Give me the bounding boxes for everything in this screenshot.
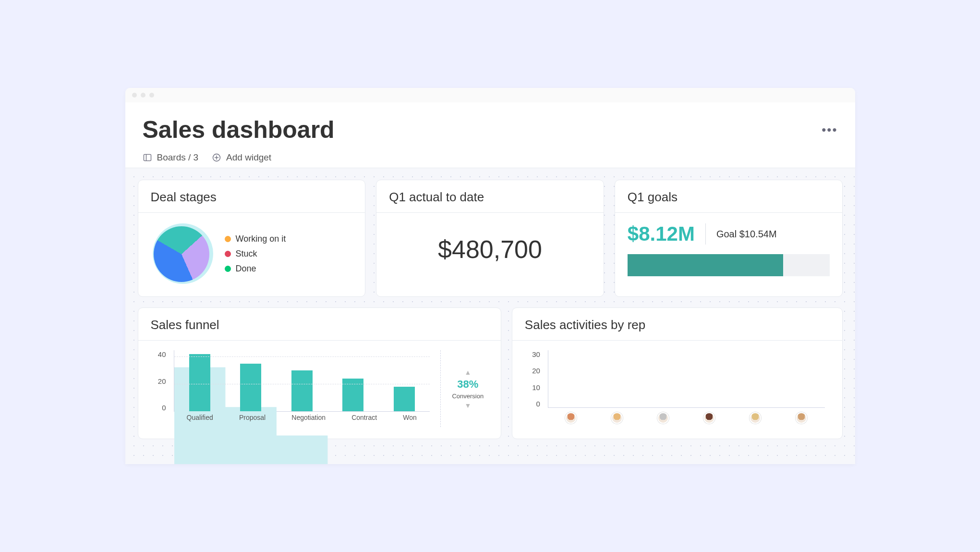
q1-goals-progress <box>628 254 830 276</box>
y-tick: 20 <box>525 367 540 375</box>
boards-button[interactable]: Boards / 3 <box>143 152 199 163</box>
conversion-label: Conversion <box>452 393 484 400</box>
y-tick: 0 <box>525 400 540 408</box>
y-tick: 10 <box>525 383 540 392</box>
widget-q1-actual[interactable]: Q1 actual to date $480,700 <box>376 180 604 297</box>
toolbar: Boards / 3 Add widget <box>125 144 855 168</box>
arrow-down-icon: ▼ <box>464 402 471 409</box>
svg-rect-0 <box>144 154 151 160</box>
widget-title: Sales funnel <box>151 318 488 332</box>
rep-avatar[interactable] <box>657 412 669 424</box>
legend-item: Stuck <box>225 249 286 259</box>
conversion-indicator: ▲ 38% Conversion ▼ <box>440 350 488 427</box>
board-icon <box>143 153 152 162</box>
legend-dot-icon <box>225 266 231 272</box>
page-header: Sales dashboard ••• <box>125 102 855 144</box>
legend-item: Working on it <box>225 234 286 244</box>
q1-goals-target: Goal $10.54M <box>716 229 777 240</box>
x-label: Qualified <box>187 414 213 427</box>
window-titlebar <box>125 88 855 102</box>
widget-title: Sales activities by rep <box>525 318 830 332</box>
legend-label: Done <box>236 264 256 274</box>
legend-dot-icon <box>225 236 231 242</box>
window-control-close[interactable] <box>132 93 137 98</box>
funnel-bar <box>291 370 313 411</box>
widget-sales-funnel[interactable]: Sales funnel 40200 QualifiedProposalNego… <box>138 307 501 439</box>
boards-label: Boards / 3 <box>157 152 199 163</box>
widget-q1-goals[interactable]: Q1 goals $8.12M Goal $10.54M <box>615 180 843 297</box>
plus-circle-icon <box>212 153 221 162</box>
arrow-up-icon: ▲ <box>464 368 471 376</box>
legend-label: Working on it <box>236 234 286 244</box>
deal-stages-legend: Working on itStuckDone <box>225 234 286 274</box>
widget-row-1: Deal stages Working on itStuckDone Q1 ac… <box>138 180 843 297</box>
y-tick: 0 <box>151 404 166 412</box>
funnel-bar <box>240 364 261 411</box>
q1-goals-current: $8.12M <box>628 222 695 245</box>
x-label: Contract <box>351 414 377 427</box>
x-label: Negotiation <box>291 414 326 427</box>
sales-funnel-chart: 40200 QualifiedProposalNegotiationContra… <box>151 350 430 427</box>
dashboard-canvas: Deal stages Working on itStuckDone Q1 ac… <box>125 168 855 464</box>
rep-avatar[interactable] <box>750 412 761 424</box>
funnel-bar <box>394 387 415 411</box>
rep-avatar[interactable] <box>565 412 577 424</box>
legend-item: Done <box>225 264 286 274</box>
funnel-bar <box>189 354 210 411</box>
legend-label: Stuck <box>236 249 257 259</box>
y-tick: 20 <box>151 377 166 385</box>
conversion-value: 38% <box>457 378 478 391</box>
rep-avatar[interactable] <box>703 412 715 424</box>
widget-row-2: Sales funnel 40200 QualifiedProposalNego… <box>138 307 843 439</box>
widget-sales-activities[interactable]: Sales activities by rep 3020100 <box>512 307 843 439</box>
y-tick: 40 <box>151 350 166 358</box>
deal-stages-pie <box>151 222 213 285</box>
rep-avatar[interactable] <box>611 412 623 424</box>
sales-activities-chart: 3020100 <box>525 350 830 422</box>
widget-title: Deal stages <box>151 190 353 205</box>
x-label: Won <box>403 414 417 427</box>
widget-deal-stages[interactable]: Deal stages Working on itStuckDone <box>138 180 366 297</box>
rep-avatar[interactable] <box>796 412 807 424</box>
window-control-max[interactable] <box>149 93 154 98</box>
add-widget-label: Add widget <box>226 152 271 163</box>
add-widget-button[interactable]: Add widget <box>212 152 271 163</box>
x-label: Proposal <box>239 414 266 427</box>
app-window: Sales dashboard ••• Boards / 3 Add widge… <box>125 88 855 464</box>
legend-dot-icon <box>225 251 231 257</box>
q1-actual-value: $480,700 <box>389 222 591 276</box>
widget-title: Q1 goals <box>628 190 830 205</box>
page-title: Sales dashboard <box>143 116 335 144</box>
y-tick: 30 <box>525 350 540 358</box>
more-menu-icon[interactable]: ••• <box>822 123 837 137</box>
widget-title: Q1 actual to date <box>389 190 591 205</box>
window-control-min[interactable] <box>141 93 145 98</box>
